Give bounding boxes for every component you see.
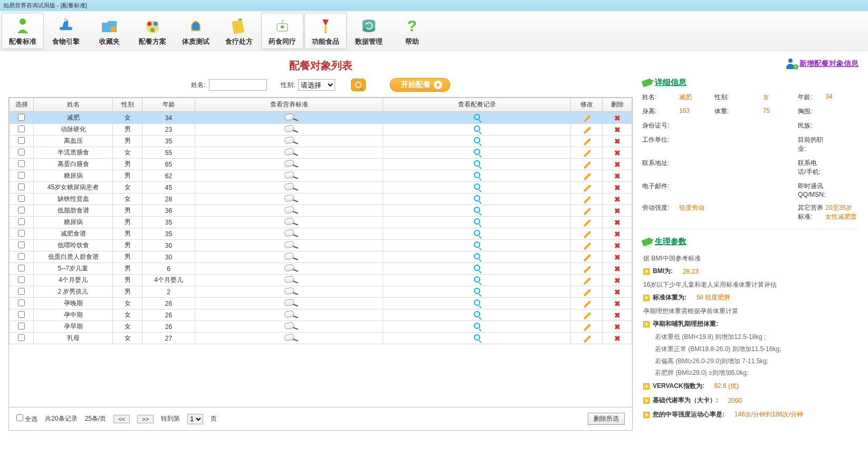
table-row[interactable]: 2 岁男孩儿男2✖ xyxy=(9,286,632,298)
view-record-button[interactable] xyxy=(474,195,480,203)
delete-button[interactable]: ✖ xyxy=(614,299,621,308)
select-all-checkbox[interactable]: 全选 xyxy=(16,414,37,424)
table-row[interactable]: 减肥女34✖ xyxy=(9,112,632,124)
view-record-button[interactable] xyxy=(474,276,480,284)
view-record-button[interactable] xyxy=(474,172,480,180)
delete-button[interactable]: ✖ xyxy=(614,276,621,285)
delete-button[interactable]: ✖ xyxy=(614,311,621,319)
table-row[interactable]: 糖尿病男35✖ xyxy=(9,217,632,228)
table-row[interactable]: 减肥食谱男35✖ xyxy=(9,228,632,240)
view-record-button[interactable] xyxy=(474,334,480,342)
tb-data[interactable]: 数据管理 xyxy=(348,13,390,49)
table-row[interactable]: 糖尿病男62✖ xyxy=(9,170,632,182)
delete-button[interactable]: ✖ xyxy=(614,160,621,169)
row-checkbox[interactable] xyxy=(18,334,25,341)
table-row[interactable]: 45岁女糖尿病患者女45✖ xyxy=(9,182,632,193)
edit-button[interactable] xyxy=(583,184,590,191)
delete-button[interactable]: ✖ xyxy=(614,241,621,250)
edit-button[interactable] xyxy=(583,277,590,284)
edit-button[interactable] xyxy=(583,288,590,296)
view-record-button[interactable] xyxy=(474,323,480,331)
table-row[interactable]: 4个月婴儿男4个月婴儿✖ xyxy=(9,275,632,286)
view-record-button[interactable] xyxy=(474,253,480,261)
view-record-button[interactable] xyxy=(474,241,480,249)
tb-func[interactable]: 功能食品 xyxy=(304,13,347,49)
table-row[interactable]: 乳母女27✖ xyxy=(9,333,632,344)
add-object-link[interactable]: 新增配餐对象信息 xyxy=(799,59,859,69)
table-row[interactable]: 低嘌呤饮食男30✖ xyxy=(9,240,632,251)
view-standard-button[interactable] xyxy=(284,253,294,261)
row-checkbox[interactable] xyxy=(18,195,25,202)
view-record-button[interactable] xyxy=(474,265,480,273)
view-standard-button[interactable] xyxy=(284,288,294,296)
table-row[interactable]: 高蛋白膳食男65✖ xyxy=(9,159,632,170)
row-checkbox[interactable] xyxy=(18,160,25,167)
row-checkbox[interactable] xyxy=(18,149,25,156)
view-record-button[interactable] xyxy=(474,230,480,238)
view-standard-button[interactable] xyxy=(284,311,294,319)
tb-plan[interactable]: 配餐方案 xyxy=(131,13,174,49)
edit-button[interactable] xyxy=(583,161,590,168)
view-standard-button[interactable] xyxy=(284,218,294,226)
edit-button[interactable] xyxy=(583,300,590,307)
delete-button[interactable]: ✖ xyxy=(614,230,621,238)
goto-page-select[interactable]: 1 xyxy=(187,414,203,424)
view-standard-button[interactable] xyxy=(284,137,294,145)
edit-button[interactable] xyxy=(583,219,590,226)
table-row[interactable]: 孕晚期女26✖ xyxy=(9,298,632,309)
delete-selected-button[interactable]: 删除所选 xyxy=(588,413,625,425)
edit-button[interactable] xyxy=(583,172,590,180)
delete-button[interactable]: ✖ xyxy=(614,172,621,180)
delete-button[interactable]: ✖ xyxy=(614,149,621,157)
edit-button[interactable] xyxy=(583,196,590,203)
edit-button[interactable] xyxy=(583,207,590,215)
tb-help[interactable]: ?帮助 xyxy=(391,13,433,49)
table-row[interactable]: 孕早期女26✖ xyxy=(9,321,632,333)
delete-button[interactable]: ✖ xyxy=(614,125,621,134)
row-checkbox[interactable] xyxy=(18,299,25,306)
view-record-button[interactable] xyxy=(474,183,480,191)
view-record-button[interactable] xyxy=(474,218,480,226)
table-row[interactable]: 半流质膳食女55✖ xyxy=(9,147,632,159)
edit-button[interactable] xyxy=(583,230,590,238)
view-standard-button[interactable] xyxy=(284,149,294,157)
view-record-button[interactable] xyxy=(474,311,480,319)
row-checkbox[interactable] xyxy=(18,207,25,213)
tb-diet[interactable]: 食疗处方 xyxy=(218,13,260,49)
edit-button[interactable] xyxy=(583,242,590,249)
row-checkbox[interactable] xyxy=(18,323,25,329)
view-standard-button[interactable] xyxy=(284,195,294,203)
filter-name-input[interactable] xyxy=(209,79,267,91)
view-record-button[interactable] xyxy=(474,160,480,168)
view-standard-button[interactable] xyxy=(284,323,294,331)
delete-button[interactable]: ✖ xyxy=(614,265,621,273)
tb-med[interactable]: 药食同疗 xyxy=(261,13,303,49)
row-checkbox[interactable] xyxy=(18,311,25,318)
delete-button[interactable]: ✖ xyxy=(614,207,621,215)
view-record-button[interactable] xyxy=(474,207,480,215)
delete-button[interactable]: ✖ xyxy=(614,218,621,227)
view-record-button[interactable] xyxy=(474,288,480,296)
view-standard-button[interactable] xyxy=(284,241,294,249)
view-standard-button[interactable] xyxy=(284,265,294,273)
table-row[interactable]: 5--7岁儿童男6✖ xyxy=(9,263,632,275)
delete-button[interactable]: ✖ xyxy=(614,195,621,203)
start-meal-button[interactable]: 开始配餐 xyxy=(390,78,450,92)
tb-food[interactable]: 食物引擎 xyxy=(45,13,87,49)
search-button[interactable] xyxy=(351,79,366,91)
delete-button[interactable]: ✖ xyxy=(614,137,621,145)
view-record-button[interactable] xyxy=(474,137,480,145)
row-checkbox[interactable] xyxy=(18,265,25,271)
row-checkbox[interactable] xyxy=(18,137,25,144)
tb-standard[interactable]: 配餐标准 xyxy=(2,13,44,49)
edit-button[interactable] xyxy=(583,335,590,342)
row-checkbox[interactable] xyxy=(18,288,25,295)
view-standard-button[interactable] xyxy=(284,334,294,342)
edit-button[interactable] xyxy=(583,114,590,122)
delete-button[interactable]: ✖ xyxy=(614,253,621,261)
view-standard-button[interactable] xyxy=(284,207,294,215)
view-record-button[interactable] xyxy=(474,149,480,157)
row-checkbox[interactable] xyxy=(18,183,25,190)
tb-body[interactable]: 体质测试 xyxy=(175,13,217,49)
view-record-button[interactable] xyxy=(474,114,480,122)
